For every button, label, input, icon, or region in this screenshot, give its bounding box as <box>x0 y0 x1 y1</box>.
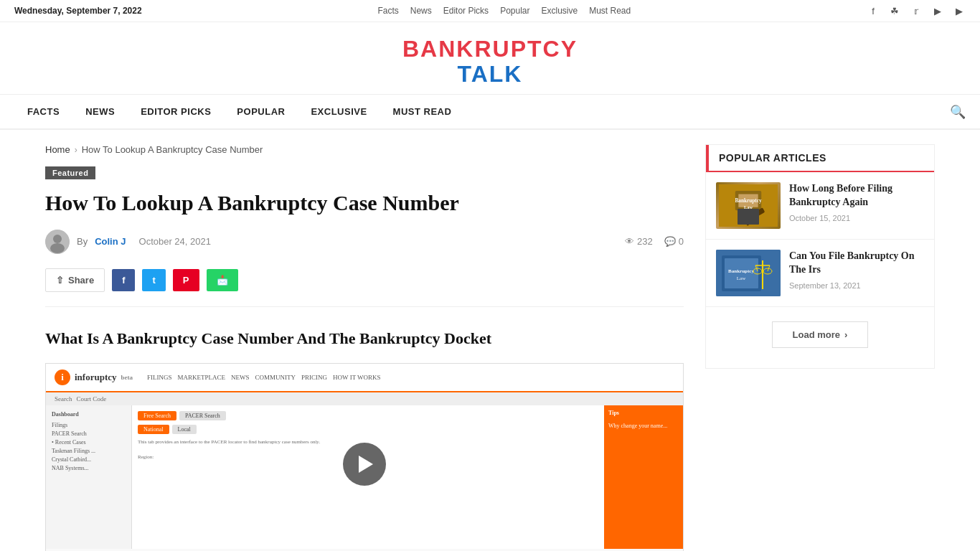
inforuptcy-recent-label: • Recent Cases <box>52 439 126 446</box>
twitter-share-button[interactable]: t <box>142 269 165 291</box>
views-count: 232 <box>637 236 653 247</box>
play-button[interactable] <box>343 443 386 486</box>
popular-article-date-2: September 13, 2021 <box>789 281 924 290</box>
main-nav: FACTS NEWS EDITOR PICKS POPULAR EXCLUSIV… <box>0 95 980 130</box>
nav-popular[interactable]: POPULAR <box>224 95 298 128</box>
share-label-button[interactable]: ⇧ Share <box>45 268 105 292</box>
load-more-label: Load more <box>793 329 840 340</box>
top-nav-news[interactable]: News <box>410 6 432 16</box>
top-nav-exclusive[interactable]: Exclusive <box>542 6 578 16</box>
share-button-label: Share <box>68 275 94 286</box>
popular-articles-container: POPULAR ARTICLES Bankruptcy Law <box>705 144 935 369</box>
main-nav-items: FACTS NEWS EDITOR PICKS POPULAR EXCLUSIV… <box>14 95 464 128</box>
inforuptcy-header: i inforuptcy beta FILINGS MARKETPLACE NE… <box>46 364 683 392</box>
facebook-icon[interactable]: f <box>867 4 880 17</box>
facebook-share-icon: f <box>122 275 125 286</box>
inforuptcy-national-tab: National <box>138 425 169 434</box>
inforuptcy-nav-marketplace: MARKETPLACE <box>178 374 226 381</box>
inforuptcy-nav-pricing: PRICING <box>301 374 327 381</box>
load-more-button[interactable]: Load more › <box>772 321 869 348</box>
popular-article-info-1: How Long Before Filing Bankruptcy Again … <box>789 182 924 222</box>
popular-article-item-2: Bankruptcy Law Can You File Bankruptcy O… <box>706 240 934 307</box>
author-row: By Colin J October 24, 2021 👁 232 💬 0 <box>45 230 684 254</box>
site-header: BANKRUPTCY TALK <box>0 22 980 95</box>
search-icon[interactable]: 🔍 <box>950 104 966 120</box>
site-logo[interactable]: BANKRUPTCY TALK <box>402 37 578 87</box>
popular-article-title-1[interactable]: How Long Before Filing Bankruptcy Again <box>789 182 924 209</box>
svg-text:Law: Law <box>737 276 746 281</box>
svg-point-1 <box>53 235 62 243</box>
popular-article-item: Bankruptcy Law How Long Before Filing Ba… <box>706 172 934 240</box>
comments-count: 0 <box>679 236 684 247</box>
top-nav-mustread[interactable]: Must Read <box>589 6 631 16</box>
youtube-icon[interactable]: ▶ <box>953 4 966 17</box>
author-by-label: By <box>77 236 88 247</box>
inforuptcy-free-search-tab: Free Search <box>138 411 176 420</box>
svg-text:Law: Law <box>744 205 753 210</box>
views-stat: 👁 232 <box>625 236 653 247</box>
popular-article-thumb-2: Bankruptcy Law <box>716 250 781 296</box>
article-image-mock: i inforuptcy beta FILINGS MARKETPLACE NE… <box>46 364 683 551</box>
social-links: f ☘ 𝕣 ▶ ▶ <box>867 4 966 17</box>
inforuptcy-dashboard-label: Dashboard <box>52 411 126 418</box>
inforuptcy-logo-icon: i <box>55 369 70 385</box>
instagram-icon[interactable]: ☘ <box>888 4 901 17</box>
logo-line2: TALK <box>402 62 578 87</box>
inforuptcy-nav-filings: FILINGS <box>147 374 172 381</box>
inforuptcy-logo: i inforuptcy beta <box>55 369 133 385</box>
inforuptcy-nav-news: NEWS <box>231 374 250 381</box>
pinterest-share-icon: P <box>183 275 189 286</box>
inforuptcy-crystal-label: Crystal Catbird... <box>52 456 126 463</box>
twitter-share-icon: t <box>152 275 155 286</box>
inforuptcy-search-bar: Search Court Code <box>46 392 683 405</box>
share-arrows-icon: ⇧ <box>56 275 64 286</box>
popular-article-title-2[interactable]: Can You File Bankruptcy On The Irs <box>789 250 924 277</box>
popular-article-info-2: Can You File Bankruptcy On The Irs Septe… <box>789 250 924 290</box>
popular-articles-title: POPULAR ARTICLES <box>706 145 934 172</box>
top-nav-editorpicks[interactable]: Editor Picks <box>443 6 489 16</box>
popular-article-thumb-1: Bankruptcy Law <box>716 182 781 229</box>
vimeo-icon[interactable]: ▶ <box>931 4 944 17</box>
nav-exclusive[interactable]: EXCLUSIVE <box>298 95 380 128</box>
logo-line1: BANKRUPTCY <box>402 37 578 62</box>
load-more-container: Load more › <box>706 307 934 368</box>
inforuptcy-court-label: Court Code <box>77 395 107 402</box>
nav-facts[interactable]: FACTS <box>14 95 72 128</box>
pinterest-share-button[interactable]: P <box>173 269 199 291</box>
svg-text:Bankruptcy: Bankruptcy <box>735 199 762 204</box>
avatar <box>45 230 70 254</box>
nav-editorpicks[interactable]: EDITOR PICKS <box>128 95 224 128</box>
inforuptcy-sidebar-left: Dashboard Filings PACER Search • Recent … <box>46 405 132 549</box>
share-bar: ⇧ Share f t P 📩 <box>45 268 684 307</box>
twitter-icon[interactable]: 𝕣 <box>910 4 923 17</box>
inforuptcy-nav-community: COMMUNITY <box>255 374 296 381</box>
inforuptcy-tips-panel: Tips Why change your name... <box>604 405 683 549</box>
author-name[interactable]: Colin J <box>95 236 126 247</box>
inforuptcy-local-tab: Local <box>172 425 197 434</box>
top-nav-facts[interactable]: Facts <box>377 6 398 16</box>
sidebar: POPULAR ARTICLES Bankruptcy Law <box>705 144 935 551</box>
top-nav: Facts News Editor Picks Popular Exclusiv… <box>377 6 631 16</box>
article-image-container: i inforuptcy beta FILINGS MARKETPLACE NE… <box>45 363 684 551</box>
breadcrumb-home[interactable]: Home <box>45 144 70 155</box>
inforuptcy-logo-text: inforuptcy <box>75 372 117 383</box>
nav-news[interactable]: NEWS <box>72 95 128 128</box>
nav-mustread[interactable]: MUST READ <box>380 95 465 128</box>
inforuptcy-pacer-search-tab: PACER Search <box>179 411 226 420</box>
facebook-share-button[interactable]: f <box>112 269 135 291</box>
article-subheading: What Is A Bankruptcy Case Number And The… <box>45 329 684 349</box>
play-triangle-icon <box>359 456 373 473</box>
popular-article-date-1: October 15, 2021 <box>789 214 924 222</box>
top-bar: Wednesday, September 7, 2022 Facts News … <box>0 0 980 22</box>
article-title: How To Lookup A Bankruptcy Case Number <box>45 189 684 217</box>
whatsapp-share-button[interactable]: 📩 <box>207 269 238 291</box>
svg-text:Bankruptcy: Bankruptcy <box>728 268 754 274</box>
top-nav-popular[interactable]: Popular <box>500 6 529 16</box>
inforuptcy-nab-label: NAB Systems... <box>52 465 126 471</box>
inforuptcy-search-label: Search <box>55 395 72 402</box>
inforuptcy-tab-bar: Free Search PACER Search <box>138 411 598 420</box>
inforuptcy-beta-label: beta <box>121 374 133 381</box>
inforuptcy-nav: FILINGS MARKETPLACE NEWS COMMUNITY PRICI… <box>147 374 381 381</box>
page-wrapper: Home › How To Lookup A Bankruptcy Case N… <box>31 130 949 551</box>
article-stats: 👁 232 💬 0 <box>625 236 684 247</box>
